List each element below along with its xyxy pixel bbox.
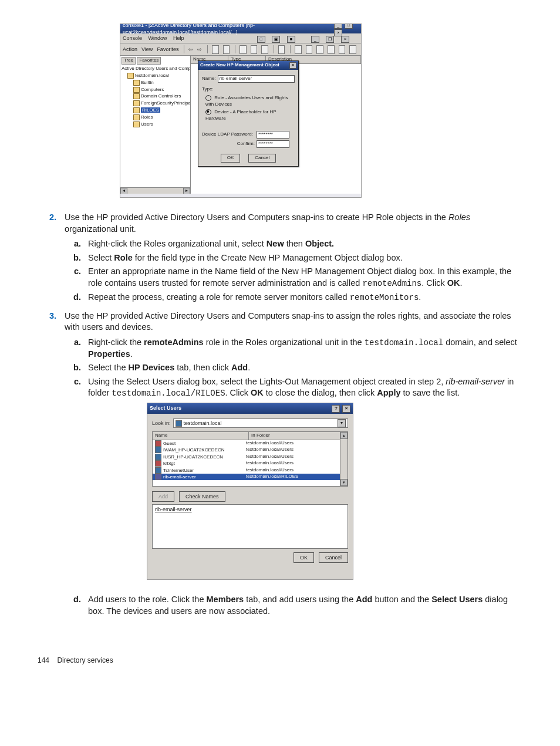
selected-names-input[interactable]: rib-email-server <box>152 504 348 549</box>
type-label: Type: <box>202 86 214 92</box>
mdi-save-icon[interactable]: ■ <box>287 36 295 43</box>
confirm-label: Confirm: <box>202 141 255 147</box>
find-icon[interactable] <box>339 45 346 54</box>
radio-role[interactable] <box>205 95 211 101</box>
menu-view[interactable]: View <box>141 46 153 53</box>
mdi-open-icon[interactable]: ▣ <box>272 36 280 43</box>
opt-role-label: Role - Associates Users and Rights with … <box>205 95 288 107</box>
window-controls: _ □ × <box>333 23 359 36</box>
step2d: Repeat the process, creating a role for … <box>88 292 522 303</box>
menu-window[interactable]: Window <box>149 35 167 41</box>
tree-root[interactable]: Active Directory Users and Computers <box>122 66 189 72</box>
menu-favorites[interactable]: Favorites <box>157 46 178 53</box>
cancel-button[interactable]: Cancel <box>319 552 348 563</box>
list-item[interactable]: Guesttestdomain.local/Users <box>153 440 348 447</box>
lookin-label: Look in: <box>152 420 171 427</box>
mdi-close-icon[interactable]: × <box>341 36 349 43</box>
substep-letter: a. <box>65 238 88 250</box>
window-titlebar: console1 - [2:Active Directory Users and… <box>120 24 361 33</box>
step3c: Using the Select Users dialog box, selec… <box>88 376 522 399</box>
tree-hscroll[interactable]: ◄► <box>120 187 190 194</box>
step2b: Select Role for the field type in the Cr… <box>88 252 522 264</box>
properties-icon[interactable] <box>278 45 285 54</box>
chevron-down-icon[interactable]: ▾ <box>338 419 346 427</box>
dialog-title: Create New HP Management Object <box>200 62 279 69</box>
filter-icon[interactable] <box>328 45 335 54</box>
add-button[interactable]: Add <box>152 491 174 502</box>
step3d: Add users to the role. Click the Members… <box>88 594 522 617</box>
minimize-icon[interactable]: _ <box>334 23 342 29</box>
close-icon[interactable]: × <box>334 29 342 36</box>
select-users-screenshot: Select Users ? × Look in: testdomain.loc… <box>147 403 353 580</box>
tree-foreign-security[interactable]: ForeignSecurityPrincipals <box>133 100 189 107</box>
help-icon[interactable]: ? <box>332 405 340 413</box>
tab-tree[interactable]: Tree <box>122 57 136 65</box>
mdi-new-icon[interactable]: □ <box>257 36 265 43</box>
lookin-dropdown[interactable]: testdomain.local ▾ <box>173 418 348 428</box>
col-name[interactable]: Name <box>153 432 249 440</box>
substep-letter: a. <box>65 337 88 360</box>
toolbar-icon[interactable] <box>316 45 323 54</box>
substep-letter: d. <box>65 594 88 617</box>
step-number: 2. <box>38 212 65 307</box>
menu-console[interactable]: Console <box>123 35 142 41</box>
mdi-restore-icon[interactable]: ❐ <box>326 36 334 43</box>
back-icon[interactable]: ⇦ <box>188 46 193 53</box>
up-icon[interactable] <box>212 45 219 54</box>
tree-builtin[interactable]: Builtin <box>133 80 189 86</box>
name-label: Name: <box>202 76 216 82</box>
substep-letter: b. <box>65 252 88 264</box>
list-item[interactable]: IUSR_HP-UCAT2KCEDECNtestdomain.local/Use… <box>153 454 348 460</box>
ok-button[interactable]: OK <box>294 552 314 563</box>
copy-icon[interactable] <box>251 45 258 54</box>
toolbar-icon[interactable] <box>295 45 302 54</box>
tree-domain[interactable]: testdomain.local <box>127 73 189 79</box>
create-hp-object-dialog: Create New HP Management Object × Name: … <box>198 60 299 167</box>
list-item[interactable]: IWAM_HP-UCAT2KCEDECNtestdomain.local/Use… <box>153 447 348 453</box>
cancel-button[interactable]: Cancel <box>248 154 276 163</box>
name-input[interactable]: rib-email-server <box>218 75 295 83</box>
step3a: Right-click the remoteAdmins role in the… <box>88 337 522 360</box>
forward-icon[interactable]: ⇨ <box>197 46 202 53</box>
confirm-input[interactable]: ******** <box>257 140 289 148</box>
toolbar-icon[interactable] <box>349 45 356 54</box>
list-item[interactable]: rib-email-servertestdomain.local/RILOES <box>153 474 348 480</box>
list-item[interactable]: krbtgttestdomain.local/Users <box>153 460 348 467</box>
tree-riloes[interactable]: RILOES <box>133 107 189 114</box>
close-icon[interactable]: × <box>342 405 350 413</box>
tree-domain-controllers[interactable]: Domain Controllers <box>133 93 189 100</box>
domain-icon <box>176 420 182 427</box>
maximize-icon[interactable]: □ <box>345 23 353 29</box>
step2a: Right-click the Roles organizational uni… <box>88 238 522 250</box>
tree-users[interactable]: Users <box>133 121 189 128</box>
check-names-button[interactable]: Check Names <box>179 491 225 502</box>
mdi-minimize-icon[interactable]: _ <box>311 36 319 43</box>
toolbar-icon[interactable] <box>306 45 313 54</box>
menu-help[interactable]: Help <box>173 35 184 41</box>
tree-roles[interactable]: Roles <box>133 114 189 121</box>
tree-pane: Tree Favorites Active Directory Users an… <box>120 56 191 194</box>
step3-text: Use the HP provided Active Directory Use… <box>65 311 511 332</box>
cut-icon[interactable] <box>239 45 247 54</box>
dev-icon <box>155 474 161 480</box>
col-folder[interactable]: In Folder <box>249 432 348 440</box>
user-icon <box>155 460 161 467</box>
users-list: Name In Folder Guesttestdomain.local/Use… <box>152 431 348 487</box>
user-icon <box>155 440 161 447</box>
tree-computers[interactable]: Computers <box>133 87 189 93</box>
radio-device[interactable] <box>205 109 211 115</box>
step3b: Select the HP Devices tab, then click Ad… <box>88 362 522 374</box>
list-item[interactable]: TsInternetUsertestdomain.local/Users <box>153 467 348 474</box>
paste-icon[interactable] <box>261 45 268 54</box>
ok-button[interactable]: OK <box>221 154 241 163</box>
show-hide-icon[interactable] <box>223 45 230 54</box>
step2-text: Use the HP provided Active Directory Use… <box>65 212 470 234</box>
dialog-close-icon[interactable]: × <box>289 62 296 69</box>
menu-action[interactable]: Action <box>123 46 137 53</box>
substep-letter: d. <box>65 292 88 303</box>
window-title: console1 - [2:Active Directory Users and… <box>123 23 333 36</box>
substep-letter: c. <box>65 376 88 399</box>
tab-favorites[interactable]: Favorites <box>137 57 161 65</box>
pwd-input[interactable]: ******** <box>257 131 289 139</box>
list-vscroll[interactable]: ▴▾ <box>340 432 348 486</box>
